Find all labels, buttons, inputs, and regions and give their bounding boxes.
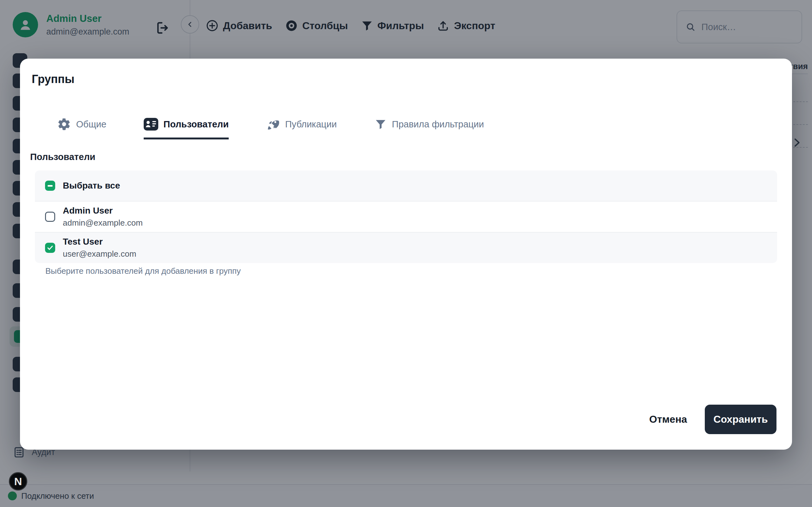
user-checkbox-unchecked[interactable] bbox=[45, 212, 55, 222]
user-checkbox-checked[interactable] bbox=[45, 243, 55, 253]
tab-filter-rules[interactable]: Правила фильтрации bbox=[374, 117, 484, 139]
gear-icon bbox=[57, 117, 71, 131]
user-email: admin@example.com bbox=[63, 218, 143, 228]
select-all-checkbox-indeterminate[interactable] bbox=[45, 181, 55, 191]
tab-label: Публикации bbox=[285, 119, 337, 130]
funnel-icon bbox=[374, 118, 387, 130]
user-name: Admin User bbox=[63, 206, 143, 216]
tab-users[interactable]: Пользователи bbox=[144, 117, 229, 139]
user-row[interactable]: Admin User admin@example.com bbox=[35, 201, 777, 233]
tab-label: Правила фильтрации bbox=[392, 119, 484, 130]
users-section-title: Пользователи bbox=[30, 152, 96, 162]
tab-label: Общие bbox=[76, 119, 106, 130]
id-card-icon bbox=[144, 118, 158, 130]
user-row[interactable]: Test User user@example.com bbox=[35, 233, 777, 263]
select-all-row[interactable]: Выбрать все bbox=[35, 170, 777, 201]
user-texts: Test User user@example.com bbox=[63, 237, 136, 259]
checkmark-icon bbox=[47, 244, 54, 251]
tab-general[interactable]: Общие bbox=[57, 117, 106, 139]
user-name: Test User bbox=[63, 237, 136, 247]
save-button[interactable]: Сохранить bbox=[705, 405, 776, 434]
users-list: Выбрать все Admin User admin@example.com… bbox=[35, 170, 777, 263]
nextjs-dev-badge[interactable]: N bbox=[9, 472, 27, 491]
modal-tabs: Общие Пользователи Публикации bbox=[57, 117, 484, 139]
minus-icon bbox=[48, 185, 53, 187]
modal-footer: Отмена Сохранить bbox=[646, 405, 776, 434]
users-helper-text: Выберите пользователей для добавления в … bbox=[45, 266, 241, 276]
select-all-label: Выбрать все bbox=[63, 181, 120, 191]
tab-label: Пользователи bbox=[163, 119, 229, 130]
user-texts: Admin User admin@example.com bbox=[63, 206, 143, 228]
user-email: user@example.com bbox=[63, 249, 136, 259]
rocket-icon bbox=[266, 117, 280, 131]
cancel-button[interactable]: Отмена bbox=[646, 410, 690, 429]
tab-publications[interactable]: Публикации bbox=[266, 117, 337, 139]
groups-modal: Группы Общие Пользователи bbox=[20, 59, 792, 450]
modal-title: Группы bbox=[32, 72, 74, 86]
